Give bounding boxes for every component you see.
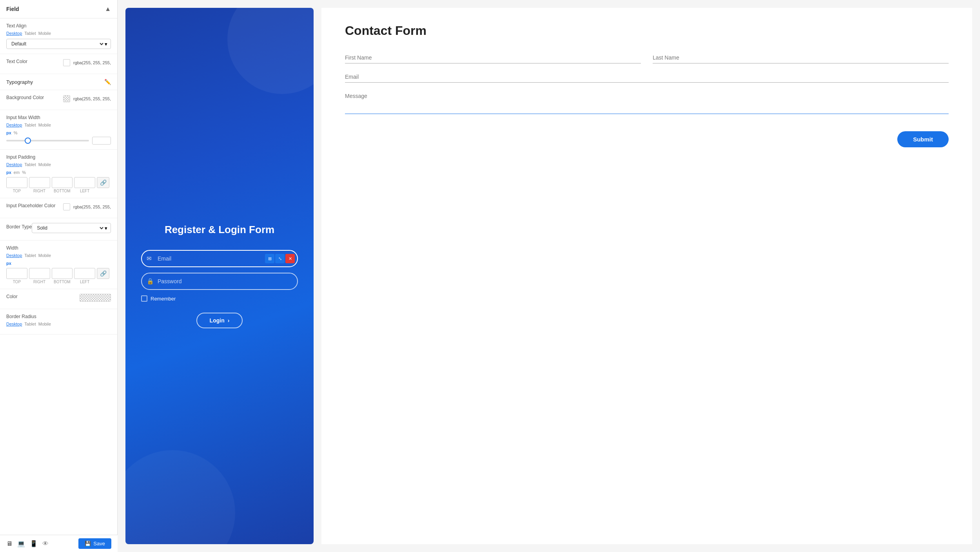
ip-units: px em %: [6, 170, 111, 175]
first-name-input[interactable]: [345, 52, 641, 63]
ip-unit-px[interactable]: px: [6, 170, 11, 175]
padding-left[interactable]: [74, 177, 95, 188]
text-align-device-tabs: Desktop Tablet Mobile: [6, 31, 111, 36]
ip-tab-tablet[interactable]: Tablet: [24, 162, 36, 167]
message-textarea[interactable]: [345, 90, 949, 114]
input-max-width-slider[interactable]: [6, 140, 89, 141]
select-arrow-icon: ▾: [105, 41, 107, 47]
br-tab-mobile[interactable]: Mobile: [38, 322, 51, 326]
width-units: px: [6, 261, 111, 266]
color-row: Color: [6, 294, 111, 302]
br-tab-desktop[interactable]: Desktop: [6, 322, 22, 326]
background-color-section: Background Color rgba(255, 255, 255,: [0, 90, 117, 110]
toolbar-close-btn[interactable]: ✕: [285, 254, 295, 263]
toolbar-grid-btn[interactable]: ⊞: [265, 254, 274, 263]
ip-color-value: rgba(255, 255, 255,: [73, 205, 111, 209]
unit-percent[interactable]: %: [14, 130, 18, 135]
main-content: Register & Login Form ✉ ⊞ ⤡ ✕ 🔒 Remember…: [118, 0, 980, 552]
border-type-arrow: ▾: [105, 225, 107, 231]
email-icon: ✉: [147, 255, 152, 262]
submit-button[interactable]: Submit: [897, 131, 949, 147]
padding-top[interactable]: [6, 177, 27, 188]
typography-row: Typography ✏️: [6, 79, 111, 85]
padding-link-btn[interactable]: 🔗: [97, 177, 109, 188]
laptop-icon[interactable]: 💻: [17, 540, 25, 547]
color-swatch: [80, 294, 111, 302]
w-tab-tablet[interactable]: Tablet: [24, 253, 36, 258]
login-button[interactable]: Login ›: [196, 313, 243, 328]
border-type-label: Border Type: [6, 224, 32, 230]
remember-label: Remember: [151, 296, 176, 302]
toolbar-resize-btn[interactable]: ⤡: [275, 254, 285, 263]
ip-color-control[interactable]: rgba(255, 255, 255,: [63, 203, 111, 210]
contact-email-input[interactable]: [345, 71, 949, 83]
label-top: TOP: [6, 189, 27, 193]
bg-color-control[interactable]: rgba(255, 255, 255,: [63, 95, 111, 102]
collapse-icon[interactable]: ▲: [105, 5, 111, 13]
tablet-icon[interactable]: 📱: [30, 540, 38, 547]
wlabel-left: LEFT: [74, 280, 95, 284]
width-left[interactable]: [74, 268, 95, 279]
color-control[interactable]: [80, 294, 111, 302]
border-type-select[interactable]: Solid Dashed Dotted None: [35, 225, 105, 231]
password-input[interactable]: [141, 273, 298, 290]
imw-tab-desktop[interactable]: Desktop: [6, 123, 22, 127]
ip-unit-em[interactable]: em: [14, 170, 20, 175]
imw-tab-tablet[interactable]: Tablet: [24, 123, 36, 127]
bg-color-value: rgba(255, 255, 255,: [73, 96, 111, 101]
border-type-select-row[interactable]: Solid Dashed Dotted None ▾: [32, 223, 111, 233]
text-align-select-row[interactable]: Default Left Center Right ▾: [6, 39, 111, 49]
border-radius-section: Border Radius Desktop Tablet Mobile: [0, 309, 117, 335]
left-panel: Field ▲ Text Align Desktop Tablet Mobile…: [0, 0, 118, 552]
unit-px[interactable]: px: [6, 130, 11, 135]
input-max-width-value[interactable]: [92, 137, 111, 145]
padding-right[interactable]: [29, 177, 50, 188]
desktop-icon[interactable]: 🖥: [6, 540, 13, 547]
ip-tab-desktop[interactable]: Desktop: [6, 162, 22, 167]
color-label: Color: [6, 294, 18, 299]
login-form-title: Register & Login Form: [165, 224, 274, 236]
text-color-label: Text Color: [6, 59, 27, 64]
padding-bottom[interactable]: [52, 177, 73, 188]
width-link-btn[interactable]: 🔗: [97, 268, 109, 279]
device-tab-mobile[interactable]: Mobile: [38, 31, 51, 36]
br-tab-tablet[interactable]: Tablet: [24, 322, 36, 326]
input-padding-label: Input Padding: [6, 154, 111, 160]
typography-section: Typography ✏️: [0, 74, 117, 90]
label-bottom: BOTTOM: [52, 189, 73, 193]
device-tab-desktop[interactable]: Desktop: [6, 31, 22, 36]
text-align-select[interactable]: Default Left Center Right: [10, 41, 105, 47]
remember-row: Remember: [141, 295, 298, 302]
last-name-input[interactable]: [653, 52, 949, 63]
device-tab-tablet[interactable]: Tablet: [24, 31, 36, 36]
w-tab-mobile[interactable]: Mobile: [38, 253, 51, 258]
lock-icon: 🔒: [147, 278, 154, 285]
preview-icon[interactable]: 👁: [42, 540, 49, 547]
width-right[interactable]: [29, 268, 50, 279]
remember-checkbox[interactable]: [141, 295, 147, 302]
typography-edit-icon[interactable]: ✏️: [104, 79, 111, 85]
w-unit-px[interactable]: px: [6, 261, 11, 266]
text-color-control[interactable]: rgba(255, 255, 255,: [63, 59, 111, 66]
border-type-section: Border Type Solid Dashed Dotted None ▾: [0, 218, 117, 241]
border-radius-label: Border Radius: [6, 314, 111, 319]
save-button[interactable]: 💾 Save: [78, 538, 111, 549]
width-bottom[interactable]: [52, 268, 73, 279]
ip-unit-percent[interactable]: %: [22, 170, 26, 175]
color-section: Color: [0, 289, 117, 309]
width-section: Width Desktop Tablet Mobile px 🔗 TOP RIG…: [0, 241, 117, 289]
bottom-bar: 🖥 💻 📱 👁 💾 Save: [0, 535, 118, 552]
width-top[interactable]: [6, 268, 27, 279]
login-arrow-icon: ›: [228, 317, 230, 324]
bg-color-row: Background Color rgba(255, 255, 255,: [6, 95, 111, 103]
w-tab-desktop[interactable]: Desktop: [6, 253, 22, 258]
panel-header: Field ▲: [0, 0, 117, 18]
panel-title: Field: [6, 6, 19, 12]
ip-tab-mobile[interactable]: Mobile: [38, 162, 51, 167]
imw-tab-mobile[interactable]: Mobile: [38, 123, 51, 127]
text-color-swatch: [63, 59, 70, 66]
border-type-row: Border Type Solid Dashed Dotted None ▾: [6, 223, 111, 233]
input-toolbar: ⊞ ⤡ ✕: [265, 254, 295, 263]
label-left: LEFT: [74, 189, 95, 193]
ip-color-swatch: [63, 203, 70, 210]
